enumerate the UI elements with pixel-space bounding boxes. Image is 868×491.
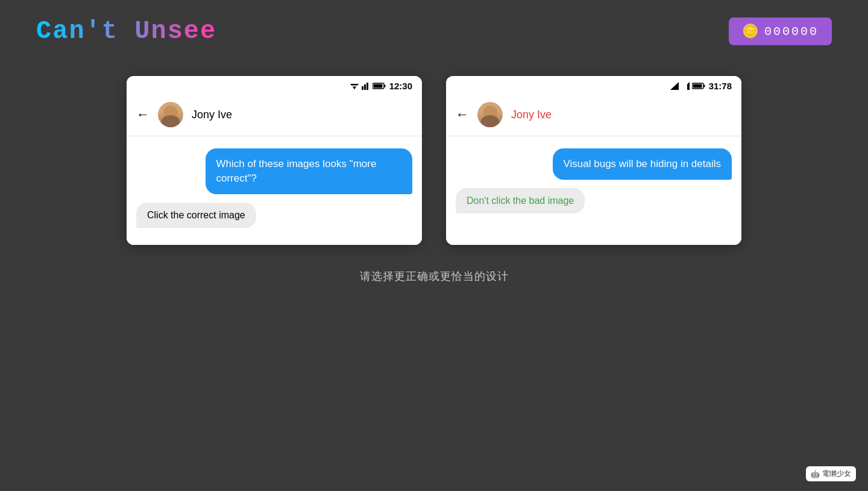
watermark-icon: 🤖 (811, 470, 820, 478)
back-arrow-left[interactable]: ← (136, 107, 149, 122)
bubble-message-right: Visual bugs will be hiding in details (553, 148, 732, 180)
header: Can't Unsee 🪙 000000 (0, 0, 868, 46)
cards-container: 12:30 ← Jony Ive Which of these images l… (127, 76, 741, 245)
battery-icon-left (373, 82, 386, 90)
wifi-icon (350, 82, 359, 90)
watermark-text: 電獺少女 (822, 469, 851, 479)
watermark: 🤖 電獺少女 (806, 466, 856, 481)
correct-card[interactable]: 12:30 ← Jony Ive Which of these images l… (127, 76, 422, 245)
signal-muted-icon (681, 82, 690, 90)
nav-bar-left: ← Jony Ive (127, 96, 422, 136)
status-icons-right (670, 82, 705, 90)
svg-rect-4 (364, 84, 366, 90)
chat-area-left: Which of these images looks "more correc… (127, 136, 422, 245)
contact-name-left: Jony Ive (192, 109, 232, 121)
status-icons-left (350, 82, 386, 90)
nav-bar-right: ← Jony Ive (446, 96, 741, 136)
bubble-message-left: Which of these images looks "more correc… (206, 148, 413, 194)
avatar-left (158, 102, 183, 127)
svg-rect-11 (681, 82, 687, 90)
main-content: 12:30 ← Jony Ive Which of these images l… (0, 76, 868, 284)
svg-rect-7 (384, 85, 385, 87)
svg-rect-3 (362, 86, 363, 90)
coin-icon: 🪙 (742, 24, 758, 39)
bad-card[interactable]: 31:78 ← Jony Ive Visual bugs will be hid… (446, 76, 741, 245)
chat-area-right: Visual bugs will be hiding in details Do… (446, 136, 741, 245)
battery-icon-right (692, 82, 705, 90)
back-arrow-right[interactable]: ← (456, 107, 469, 122)
reply-message-left: Click the correct image (136, 203, 256, 228)
contact-name-right: Jony Ive (511, 109, 552, 121)
svg-rect-13 (703, 85, 705, 87)
signal-icon (362, 82, 370, 90)
status-time-right: 31:78 (709, 81, 732, 91)
status-bar-right: 31:78 (446, 76, 741, 96)
signal-icon-right (670, 82, 679, 90)
status-bar-left: 12:30 (127, 76, 422, 96)
score-value: 000000 (764, 25, 819, 39)
svg-rect-14 (693, 84, 702, 88)
svg-marker-2 (353, 87, 356, 90)
avatar-right (477, 102, 503, 127)
svg-marker-9 (670, 82, 679, 90)
score-badge[interactable]: 🪙 000000 (729, 17, 832, 45)
svg-rect-8 (373, 84, 382, 88)
status-time-left: 12:30 (389, 81, 412, 91)
subtitle: 请选择更正确或更恰当的设计 (360, 269, 509, 284)
reply-message-right: Don't click the bad image (456, 188, 585, 214)
svg-rect-5 (366, 83, 368, 90)
app-logo[interactable]: Can't Unsee (36, 17, 216, 46)
